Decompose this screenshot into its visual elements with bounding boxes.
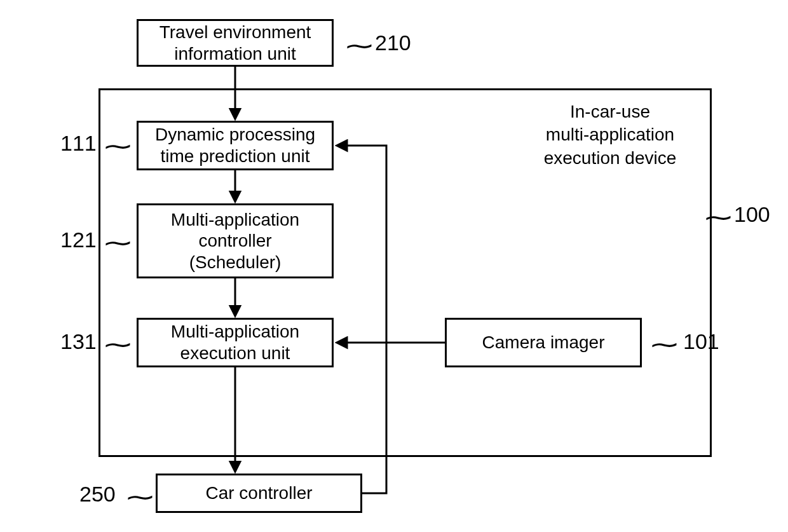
block-multi-exec: Multi-applicationexecution unit <box>137 318 334 367</box>
ref-131: 131 <box>60 331 97 352</box>
block-camera: Camera imager <box>445 318 642 367</box>
ref-101: 101 <box>683 331 719 352</box>
block-car-ctrl: Car controller <box>156 474 362 513</box>
block-multi-ctrl: Multi-applicationcontroller(Scheduler) <box>137 203 334 278</box>
tilde-icon: ∼ <box>102 231 134 255</box>
device-label: In-car-usemulti-applicationexecution dev… <box>521 100 699 170</box>
block-travel-env: Travel environmentinformation unit <box>137 19 334 67</box>
block-dynamic-proc: Dynamic processingtime prediction unit <box>137 121 334 170</box>
ref-100: 100 <box>734 203 770 225</box>
ref-121: 121 <box>60 229 97 250</box>
tilde-icon: ∼ <box>648 332 681 357</box>
ref-250: 250 <box>79 483 116 505</box>
tilde-icon: ∼ <box>343 34 376 58</box>
tilde-icon: ∼ <box>102 332 134 357</box>
tilde-icon: ∼ <box>702 205 735 229</box>
ref-210: 210 <box>375 32 411 53</box>
ref-111: 111 <box>60 132 97 154</box>
tilde-icon: ∼ <box>124 485 156 509</box>
tilde-icon: ∼ <box>102 134 134 158</box>
